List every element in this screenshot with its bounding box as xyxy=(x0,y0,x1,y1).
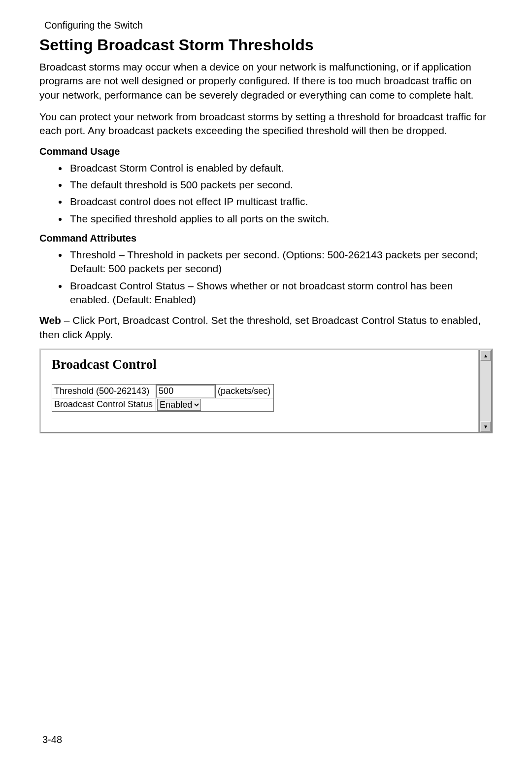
threshold-input[interactable] xyxy=(156,385,215,398)
threshold-label: Threshold (500-262143) xyxy=(52,385,156,398)
intro-paragraph-2: You can protect your network from broadc… xyxy=(39,110,493,138)
list-item: Broadcast control does not effect IP mul… xyxy=(68,195,493,209)
panel-title: Broadcast Control xyxy=(52,357,467,372)
list-item: The default threshold is 500 packets per… xyxy=(68,178,493,192)
web-instruction: Web – Click Port, Broadcast Control. Set… xyxy=(39,314,493,342)
command-usage-heading: Command Usage xyxy=(39,146,493,157)
list-item: The specified threshold applies to all p… xyxy=(68,212,493,226)
web-label: Web xyxy=(39,315,61,326)
broadcast-control-table: Threshold (500-262143) (packets/sec) Bro… xyxy=(52,384,274,412)
status-label: Broadcast Control Status xyxy=(52,398,156,412)
intro-paragraph-1: Broadcast storms may occur when a device… xyxy=(39,60,493,102)
status-cell: Enabled xyxy=(156,398,274,412)
status-select[interactable]: Enabled xyxy=(157,399,201,411)
table-row: Broadcast Control Status Enabled xyxy=(52,398,274,412)
arrow-up-icon: ▲ xyxy=(483,353,488,358)
scroll-down-button[interactable]: ▼ xyxy=(480,421,491,432)
list-item: Broadcast Control Status – Shows whether… xyxy=(68,279,493,307)
command-attributes-list: Threshold – Threshold in packets per sec… xyxy=(68,248,493,307)
arrow-down-icon: ▼ xyxy=(483,424,488,429)
panel-content: Broadcast Control Threshold (500-262143)… xyxy=(41,350,479,432)
list-item: Threshold – Threshold in packets per sec… xyxy=(68,248,493,276)
page-number: 3-48 xyxy=(42,734,62,745)
table-row: Threshold (500-262143) (packets/sec) xyxy=(52,385,274,398)
list-item: Broadcast Storm Control is enabled by de… xyxy=(68,161,493,175)
scroll-track[interactable] xyxy=(480,361,491,421)
command-attributes-heading: Command Attributes xyxy=(39,233,493,244)
broadcast-control-panel: Broadcast Control Threshold (500-262143)… xyxy=(39,349,493,433)
scroll-up-button[interactable]: ▲ xyxy=(480,350,491,361)
scrollbar[interactable]: ▲ ▼ xyxy=(479,350,491,432)
breadcrumb: Configuring the Switch xyxy=(44,20,493,31)
web-text: – Click Port, Broadcast Control. Set the… xyxy=(39,315,481,340)
threshold-unit: (packets/sec) xyxy=(216,385,274,398)
page-title: Setting Broadcast Storm Thresholds xyxy=(39,36,493,54)
threshold-cell xyxy=(156,385,216,398)
command-usage-list: Broadcast Storm Control is enabled by de… xyxy=(68,161,493,226)
